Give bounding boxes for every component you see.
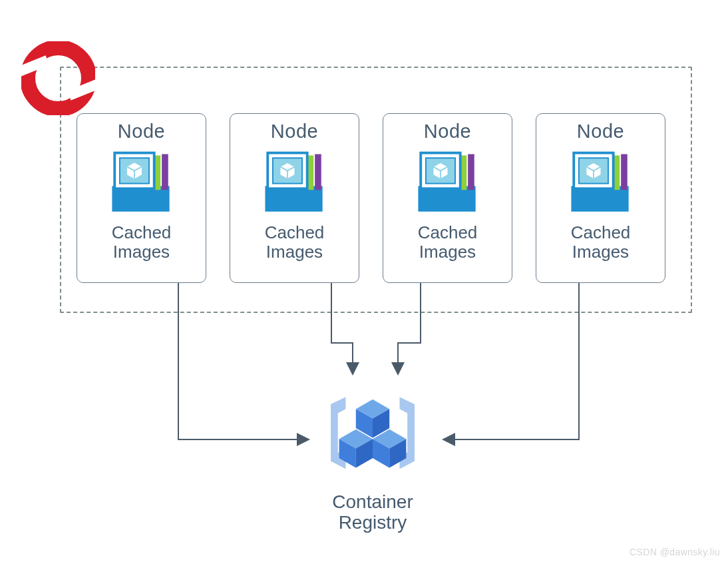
container-registry-icon (313, 386, 433, 486)
container-registry-label: Container Registry (332, 491, 413, 533)
watermark: CSDN @dawnsky.liu (630, 547, 720, 557)
container-registry: Container Registry (306, 386, 439, 533)
architecture-diagram: Node Cached Images (0, 0, 728, 564)
